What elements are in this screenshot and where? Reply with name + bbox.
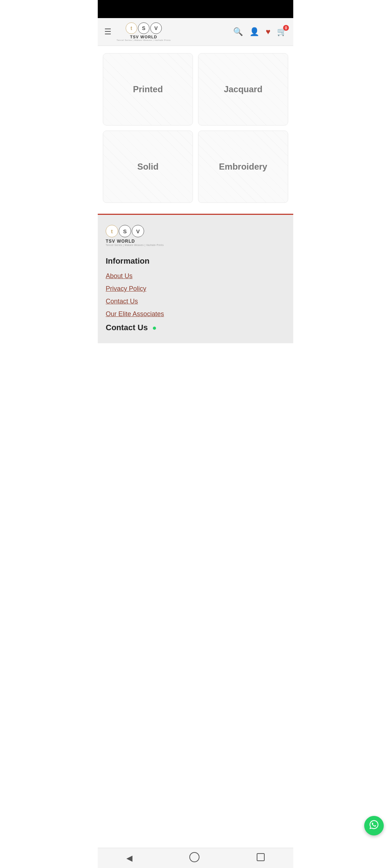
product-card-jacquard[interactable]: Jacquard — [198, 53, 288, 125]
cart-icon[interactable]: 🛒 0 — [277, 27, 287, 37]
product-label-jacquard: Jacquard — [224, 84, 262, 94]
footer: t S V TSV WORLD Tencel Series | Makani W… — [98, 215, 293, 343]
page-bottom-spacer — [98, 343, 293, 369]
footer-logo-circle-v: V — [132, 225, 144, 237]
wishlist-icon[interactable]: ♥ — [266, 27, 270, 37]
header-right: 🔍 👤 ♥ 🛒 0 — [233, 27, 287, 37]
status-bar — [98, 0, 293, 18]
product-label-embroidery: Embroidery — [219, 162, 267, 172]
product-card-printed[interactable]: Printed — [103, 53, 193, 125]
product-label-solid: Solid — [137, 162, 159, 172]
main-content: Printed Jacquard Solid Embroidery — [98, 46, 293, 210]
footer-brand-tagline: Tencel Series | Makani Weaves | Vazhabi … — [106, 244, 164, 246]
footer-logo-circle-s: S — [119, 225, 131, 237]
logo-icons: t S V — [126, 22, 162, 34]
product-label-printed: Printed — [133, 84, 163, 94]
header: ☰ t S V TSV WORLD Tencel Series | Makani… — [98, 18, 293, 46]
product-card-embroidery[interactable]: Embroidery — [198, 131, 288, 203]
contact-section-title: Contact Us — [106, 323, 148, 332]
cart-badge: 0 — [283, 25, 289, 31]
search-icon[interactable]: 🔍 — [233, 27, 243, 37]
product-grid: Printed Jacquard Solid Embroidery — [103, 53, 288, 203]
brand-tagline: Tencel Series | Makani Weaves | Vazhabi … — [117, 39, 171, 41]
footer-contact-section: Contact Us ● — [106, 323, 285, 332]
footer-brand-name: TSV WORLD — [106, 239, 135, 244]
logo-circle-t: t — [126, 22, 137, 34]
logo[interactable]: t S V TSV WORLD Tencel Series | Makani W… — [117, 22, 171, 41]
contact-whatsapp-indicator: ● — [152, 324, 157, 332]
hamburger-menu[interactable]: ☰ — [104, 28, 112, 36]
footer-link-privacy-policy[interactable]: Privacy Policy — [106, 285, 285, 293]
logo-circle-v: V — [150, 22, 162, 34]
product-card-solid[interactable]: Solid — [103, 131, 193, 203]
account-icon[interactable]: 👤 — [249, 27, 259, 37]
brand-name: TSV WORLD — [130, 35, 157, 39]
footer-link-contact-us[interactable]: Contact Us — [106, 298, 285, 305]
footer-logo-icons: t S V — [106, 225, 144, 237]
info-section-title: Information — [106, 256, 285, 266]
header-left: ☰ t S V TSV WORLD Tencel Series | Makani… — [104, 22, 171, 41]
footer-logo-circle-t: t — [106, 225, 118, 237]
logo-circle-s: S — [138, 22, 150, 34]
footer-link-about-us[interactable]: About Us — [106, 272, 285, 280]
footer-link-elite-associates[interactable]: Our Elite Associates — [106, 310, 285, 318]
footer-logo[interactable]: t S V TSV WORLD Tencel Series | Makani W… — [106, 225, 285, 246]
